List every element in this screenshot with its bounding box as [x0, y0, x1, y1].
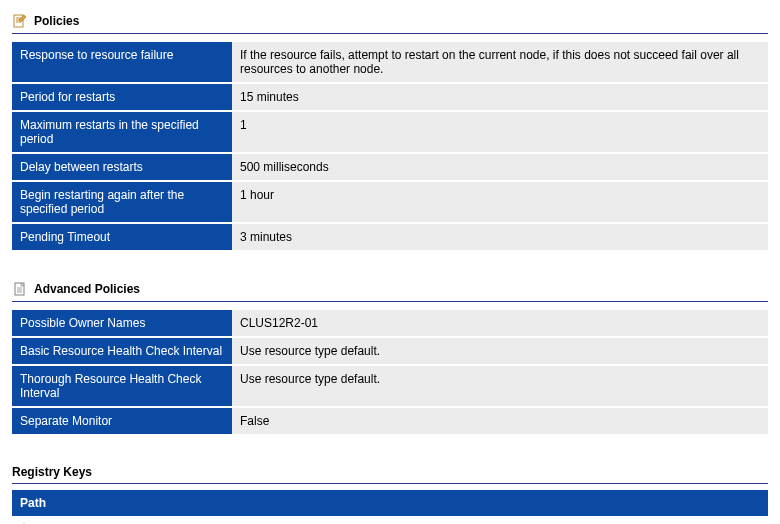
table-row: Delay between restarts 500 milliseconds — [12, 154, 768, 180]
table-row: Response to resource failure If the reso… — [12, 42, 768, 82]
row-value: If the resource fails, attempt to restar… — [232, 42, 768, 82]
policies-header: Policies — [12, 10, 768, 34]
row-label: Begin restarting again after the specifi… — [12, 182, 232, 222]
table-row: Separate Monitor False — [12, 408, 768, 434]
table-row: Pending Timeout 3 minutes — [12, 224, 768, 250]
row-value: CLUS12R2-01 — [232, 310, 768, 336]
row-value: Use resource type default. — [232, 338, 768, 364]
row-value: Use resource type default. — [232, 366, 768, 406]
registry-column-header: Path — [12, 490, 768, 516]
policies-table: Response to resource failure If the reso… — [12, 40, 768, 252]
row-label: Separate Monitor — [12, 408, 232, 434]
row-value: 500 milliseconds — [232, 154, 768, 180]
row-label: Period for restarts — [12, 84, 232, 110]
row-label: Possible Owner Names — [12, 310, 232, 336]
table-row: Basic Resource Health Check Interval Use… — [12, 338, 768, 364]
table-row: Maximum restarts in the specified period… — [12, 112, 768, 152]
row-label: Delay between restarts — [12, 154, 232, 180]
row-label: Response to resource failure — [12, 42, 232, 82]
edit-document-icon — [12, 13, 28, 29]
registry-keys-title: Registry Keys — [12, 465, 92, 479]
advanced-policies-section: Advanced Policies Possible Owner Names C… — [12, 278, 768, 436]
table-row: Begin restarting again after the specifi… — [12, 182, 768, 222]
row-value: 15 minutes — [232, 84, 768, 110]
policies-section: Policies Response to resource failure If… — [12, 10, 768, 252]
advanced-policies-title: Advanced Policies — [34, 282, 140, 296]
advanced-policies-header: Advanced Policies — [12, 278, 768, 302]
advanced-policies-table: Possible Owner Names CLUS12R2-01 Basic R… — [12, 308, 768, 436]
document-icon — [12, 281, 28, 297]
row-label: Basic Resource Health Check Interval — [12, 338, 232, 364]
row-label: Thorough Resource Health Check Interval — [12, 366, 232, 406]
row-label: Pending Timeout — [12, 224, 232, 250]
registry-row: Software\CENTREL Solutions — [12, 516, 768, 524]
registry-keys-header: Registry Keys — [12, 462, 768, 484]
registry-keys-section: Registry Keys Path Software\CENTREL Solu… — [12, 462, 768, 524]
table-row: Period for restarts 15 minutes — [12, 84, 768, 110]
policies-title: Policies — [34, 14, 79, 28]
table-row: Possible Owner Names CLUS12R2-01 — [12, 310, 768, 336]
row-value: 1 — [232, 112, 768, 152]
row-value: 1 hour — [232, 182, 768, 222]
table-row: Thorough Resource Health Check Interval … — [12, 366, 768, 406]
row-value: False — [232, 408, 768, 434]
row-label: Maximum restarts in the specified period — [12, 112, 232, 152]
row-value: 3 minutes — [232, 224, 768, 250]
